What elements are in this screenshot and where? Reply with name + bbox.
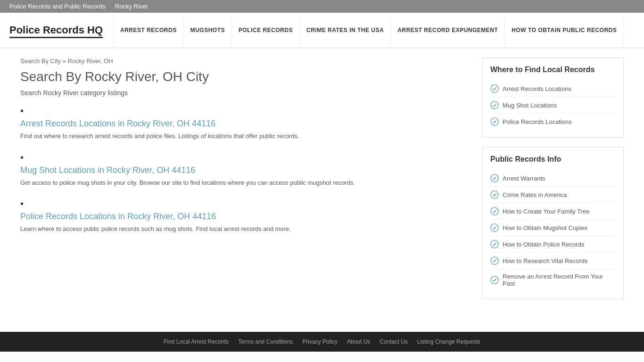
listing-link-0[interactable]: Arrest Records Locations in Rocky River,… bbox=[20, 119, 215, 128]
sidebar-pub-link-6[interactable]: Remove an Arrest Record From Your Past bbox=[503, 273, 616, 287]
sidebar-pub-item-3: How to Obtain Mugshot Copies bbox=[490, 220, 616, 236]
sidebar-pub-link-3[interactable]: How to Obtain Mugshot Copies bbox=[503, 224, 587, 231]
check-icon bbox=[490, 84, 499, 93]
sidebar-pub-link-0[interactable]: Arrest Warrants bbox=[503, 175, 545, 182]
sidebar-public-records: Public Records Info Arrest Warrants Crim… bbox=[482, 147, 624, 299]
sidebar-local-item-0: Arrest Records Locations bbox=[490, 81, 616, 97]
sidebar-public-list: Arrest Warrants Crime Rates in America H… bbox=[490, 170, 616, 291]
sidebar-local-link-1[interactable]: Mug Shot Locations bbox=[503, 102, 557, 109]
listing-desc-1: Get access to police mug shots in your c… bbox=[20, 178, 468, 188]
sidebar-pub-link-1[interactable]: Crime Rates in America bbox=[503, 191, 567, 198]
check-icon bbox=[490, 256, 499, 265]
listing-desc-0: Find out where to research arrest record… bbox=[20, 132, 468, 141]
check-icon bbox=[490, 276, 499, 284]
check-icon bbox=[490, 174, 499, 182]
nav-expungement[interactable]: ARREST RECORD EXPUNGEMENT bbox=[391, 13, 505, 48]
sidebar-pub-item-1: Crime Rates in America bbox=[490, 187, 616, 203]
check-icon bbox=[490, 223, 499, 232]
page-subtitle: Search Rocky River category listings bbox=[20, 89, 468, 97]
footer-link-1[interactable]: Terms and Conditions bbox=[238, 338, 293, 345]
svg-point-7 bbox=[491, 240, 498, 248]
footer-link-0[interactable]: Find Local Arrest Records bbox=[164, 338, 229, 345]
listing-item-0: • Arrest Records Locations in Rocky Rive… bbox=[20, 106, 468, 141]
sidebar-pub-item-2: How to Create Your Family Tree bbox=[490, 203, 616, 220]
listing-title-1: Mug Shot Locations in Rocky River, OH 44… bbox=[20, 164, 468, 175]
sidebar-pub-item-0: Arrest Warrants bbox=[490, 170, 616, 187]
svg-point-0 bbox=[491, 85, 498, 92]
listing-item-2: • Police Records Locations in Rocky Rive… bbox=[20, 199, 468, 234]
check-icon bbox=[490, 207, 499, 215]
nav-police-records[interactable]: POLICE RECORDS bbox=[232, 13, 300, 48]
breadcrumb-current: Rocky River, OH bbox=[67, 58, 113, 65]
topbar-link-1[interactable]: Rocky River bbox=[115, 3, 148, 10]
logo[interactable]: Police Records HQ bbox=[9, 15, 113, 46]
topbar-link-0[interactable]: Police Records and Public Records bbox=[9, 3, 106, 10]
sidebar-pub-item-5: How to Research Vital Records bbox=[490, 253, 616, 269]
check-icon bbox=[490, 240, 499, 248]
sidebar-local-item-2: Police Records Locations bbox=[490, 114, 616, 130]
sidebar: Where to Find Local Records Arrest Recor… bbox=[482, 58, 624, 308]
sidebar-pub-link-5[interactable]: How to Research Vital Records bbox=[503, 257, 587, 264]
svg-point-6 bbox=[491, 224, 498, 231]
sidebar-local-records: Where to Find Local Records Arrest Recor… bbox=[482, 58, 624, 138]
sidebar-pub-link-2[interactable]: How to Create Your Family Tree bbox=[503, 208, 589, 215]
breadcrumb: Search By City » Rocky River, OH bbox=[20, 58, 468, 65]
svg-point-8 bbox=[491, 257, 498, 264]
footer-link-4[interactable]: Contact Us bbox=[380, 338, 407, 345]
svg-point-3 bbox=[491, 174, 498, 182]
listing-item-1: • Mug Shot Locations in Rocky River, OH … bbox=[20, 153, 468, 188]
nav-obtain-records[interactable]: HOW TO OBTAIN PUBLIC RECORDS bbox=[505, 13, 624, 48]
breadcrumb-parent[interactable]: Search By City bbox=[20, 58, 61, 65]
listing-bullet-2: • bbox=[20, 199, 468, 208]
listing-link-1[interactable]: Mug Shot Locations in Rocky River, OH 44… bbox=[20, 165, 195, 175]
footer-link-3[interactable]: About Us bbox=[347, 338, 370, 345]
listing-title-0: Arrest Records Locations in Rocky River,… bbox=[20, 117, 468, 129]
breadcrumb-separator: » bbox=[63, 58, 68, 65]
svg-point-5 bbox=[491, 207, 498, 215]
sidebar-pub-item-6: Remove an Arrest Record From Your Past bbox=[490, 269, 616, 291]
svg-point-1 bbox=[491, 101, 498, 109]
check-icon bbox=[490, 117, 499, 126]
sidebar-public-title: Public Records Info bbox=[490, 155, 616, 164]
sidebar-local-title: Where to Find Local Records bbox=[490, 66, 616, 74]
sidebar-pub-link-4[interactable]: How to Obtain Police Records bbox=[503, 241, 584, 248]
sidebar-local-list: Arrest Records Locations Mug Shot Locati… bbox=[490, 81, 616, 130]
content-area: Search By City » Rocky River, OH Search … bbox=[20, 58, 468, 308]
sidebar-pub-item-4: How to Obtain Police Records bbox=[490, 236, 616, 253]
nav-crime-rates[interactable]: CRIME RATES IN THE USA bbox=[300, 13, 391, 48]
listing-title-2: Police Records Locations in Rocky River,… bbox=[20, 210, 468, 222]
main-nav: ARREST RECORDS MUGSHOTS POLICE RECORDS C… bbox=[113, 13, 635, 48]
header: Police Records HQ ARREST RECORDS MUGSHOT… bbox=[0, 13, 644, 48]
check-icon bbox=[490, 101, 499, 109]
page-title: Search By Rocky River, OH City bbox=[20, 69, 468, 84]
top-bar: Police Records and Public Records Rocky … bbox=[0, 0, 644, 13]
svg-point-4 bbox=[491, 191, 498, 198]
nav-arrest-records[interactable]: ARREST RECORDS bbox=[113, 13, 184, 48]
check-icon bbox=[490, 190, 499, 199]
sidebar-local-link-0[interactable]: Arrest Records Locations bbox=[503, 85, 571, 92]
sidebar-local-item-1: Mug Shot Locations bbox=[490, 97, 616, 114]
listing-bullet-1: • bbox=[20, 153, 468, 162]
sidebar-local-link-2[interactable]: Police Records Locations bbox=[503, 118, 572, 125]
footer-link-2[interactable]: Privacy Policy bbox=[302, 338, 338, 345]
listing-link-2[interactable]: Police Records Locations in Rocky River,… bbox=[20, 212, 216, 221]
listing-bullet-0: • bbox=[20, 106, 468, 115]
nav-mugshots[interactable]: MUGSHOTS bbox=[184, 13, 232, 48]
listing-desc-2: Learn where to access public police reco… bbox=[20, 224, 468, 234]
svg-point-2 bbox=[491, 118, 498, 125]
main-wrapper: Search By City » Rocky River, OH Search … bbox=[11, 48, 633, 318]
footer: Find Local Arrest Records Terms and Cond… bbox=[0, 332, 644, 352]
svg-point-9 bbox=[491, 276, 498, 284]
footer-link-5[interactable]: Listing Change Requests bbox=[417, 338, 480, 345]
